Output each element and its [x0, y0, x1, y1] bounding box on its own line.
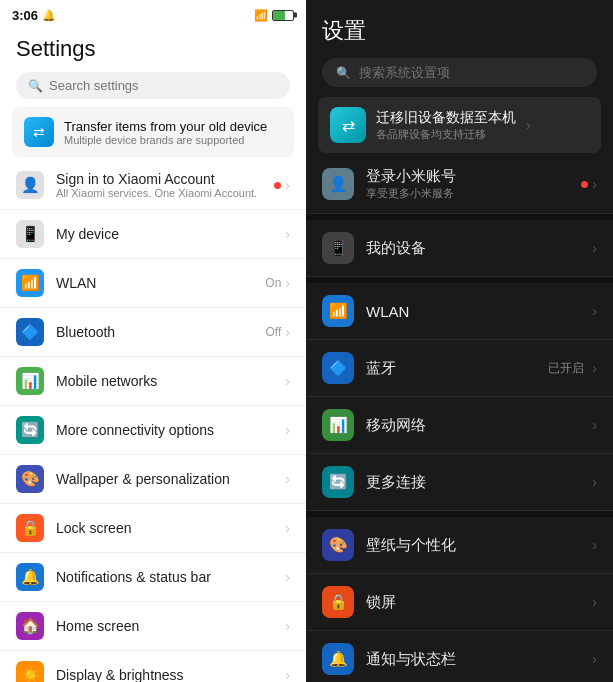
right-item-bluetooth[interactable]: 🔷 蓝牙 已开启 ›	[306, 340, 613, 397]
homescreen-icon: 🏠	[16, 612, 44, 640]
mydevice-chevron: ›	[285, 226, 290, 242]
right-item-lockscreen[interactable]: 🔒 锁屏 ›	[306, 574, 613, 631]
wallpaper-meta: ›	[285, 471, 290, 487]
promo-icon-right: ⇄	[330, 107, 366, 143]
connectivity-icon: 🔄	[16, 416, 44, 444]
right-account-content: 登录小米账号 享受更多小米服务	[366, 167, 569, 201]
settings-item-wlan[interactable]: 📶 WLAN On ›	[0, 259, 306, 308]
right-account-label: 登录小米账号	[366, 167, 569, 186]
right-mydevice-icon: 📱	[322, 232, 354, 264]
right-mobile-chevron: ›	[592, 417, 597, 433]
right-wallpaper-content: 壁纸与个性化	[366, 536, 580, 555]
right-item-more[interactable]: 🔄 更多连接 ›	[306, 454, 613, 511]
right-account-sublabel: 享受更多小米服务	[366, 186, 569, 201]
account-red-dot	[274, 182, 281, 189]
page-title-right: 设置	[306, 0, 613, 54]
lockscreen-icon: 🔒	[16, 514, 44, 542]
right-notif-content: 通知与状态栏	[366, 650, 580, 669]
right-lockscreen-icon: 🔒	[322, 586, 354, 618]
right-wlan-icon: 📶	[322, 295, 354, 327]
lockscreen-meta: ›	[285, 520, 290, 536]
search-input-left[interactable]	[49, 78, 278, 93]
promo-subtitle-left: Multiple device brands are supported	[64, 134, 267, 146]
right-account-chevron: ›	[592, 176, 597, 192]
promo-card-right[interactable]: ⇄ 迁移旧设备数据至本机 各品牌设备均支持迁移 ›	[318, 97, 601, 153]
account-content: Sign in to Xiaomi Account All Xiaomi ser…	[56, 171, 262, 199]
right-bluetooth-chevron: ›	[592, 360, 597, 376]
lockscreen-content: Lock screen	[56, 520, 273, 536]
right-mydevice-label: 我的设备	[366, 239, 580, 258]
wlan-chevron: ›	[285, 275, 290, 291]
search-box-left[interactable]: 🔍	[16, 72, 290, 99]
wlan-meta: On ›	[265, 275, 290, 291]
mydevice-content: My device	[56, 226, 273, 242]
connectivity-content: More connectivity options	[56, 422, 273, 438]
settings-item-display[interactable]: ☀️ Display & brightness ›	[0, 651, 306, 682]
right-lockscreen-content: 锁屏	[366, 593, 580, 612]
homescreen-content: Home screen	[56, 618, 273, 634]
lockscreen-label: Lock screen	[56, 520, 273, 536]
mobile-chevron: ›	[285, 373, 290, 389]
battery-icon	[272, 10, 294, 21]
signal-icon: 📶	[254, 9, 268, 22]
settings-item-connectivity[interactable]: 🔄 More connectivity options ›	[0, 406, 306, 455]
status-bar-left: 3:06 🔔	[12, 8, 56, 23]
notification-icon: 🔔	[42, 9, 56, 22]
settings-item-mobile[interactable]: 📊 Mobile networks ›	[0, 357, 306, 406]
right-more-label: 更多连接	[366, 473, 580, 492]
mydevice-icon: 📱	[16, 220, 44, 248]
display-meta: ›	[285, 667, 290, 682]
search-input-right[interactable]	[359, 65, 583, 80]
homescreen-meta: ›	[285, 618, 290, 634]
settings-item-mydevice[interactable]: 📱 My device ›	[0, 210, 306, 259]
search-box-right[interactable]: 🔍	[322, 58, 597, 87]
right-wlan-label: WLAN	[366, 303, 580, 320]
bluetooth-label: Bluetooth	[56, 324, 254, 340]
right-wallpaper-chevron: ›	[592, 537, 597, 553]
promo-chevron-right: ›	[526, 117, 531, 133]
notifications-icon: 🔔	[16, 563, 44, 591]
right-wlan-content: WLAN	[366, 303, 580, 320]
right-item-notif[interactable]: 🔔 通知与状态栏 ›	[306, 631, 613, 682]
right-mydevice-content: 我的设备	[366, 239, 580, 258]
right-item-mydevice[interactable]: 📱 我的设备 ›	[306, 220, 613, 277]
right-item-account[interactable]: 👤 登录小米账号 享受更多小米服务 ›	[306, 155, 613, 214]
account-sublabel: All Xiaomi services. One Xiaomi Account.	[56, 187, 262, 199]
settings-item-notifications[interactable]: 🔔 Notifications & status bar ›	[0, 553, 306, 602]
settings-list-left: 👤 Sign in to Xiaomi Account All Xiaomi s…	[0, 161, 306, 682]
wallpaper-content: Wallpaper & personalization	[56, 471, 273, 487]
right-more-content: 更多连接	[366, 473, 580, 492]
mydevice-label: My device	[56, 226, 273, 242]
wlan-content: WLAN	[56, 275, 253, 291]
right-bluetooth-icon: 🔷	[322, 352, 354, 384]
settings-list-right: 👤 登录小米账号 享受更多小米服务 › 📱 我的设备 › 📶 WLAN	[306, 155, 613, 682]
right-mobile-icon: 📊	[322, 409, 354, 441]
settings-item-lockscreen[interactable]: 🔒 Lock screen ›	[0, 504, 306, 553]
settings-item-homescreen[interactable]: 🏠 Home screen ›	[0, 602, 306, 651]
settings-item-bluetooth[interactable]: 🔷 Bluetooth Off ›	[0, 308, 306, 357]
mydevice-meta: ›	[285, 226, 290, 242]
account-icon: 👤	[16, 171, 44, 199]
settings-item-account[interactable]: 👤 Sign in to Xiaomi Account All Xiaomi s…	[0, 161, 306, 210]
account-label: Sign in to Xiaomi Account	[56, 171, 262, 187]
page-title-left: Settings	[0, 28, 306, 68]
right-item-wallpaper[interactable]: 🎨 壁纸与个性化 ›	[306, 517, 613, 574]
time-display: 3:06	[12, 8, 38, 23]
right-bluetooth-meta: 已开启 ›	[548, 360, 597, 377]
right-notif-icon: 🔔	[322, 643, 354, 675]
right-mobile-label: 移动网络	[366, 416, 580, 435]
display-icon: ☀️	[16, 661, 44, 682]
wallpaper-label: Wallpaper & personalization	[56, 471, 273, 487]
connectivity-label: More connectivity options	[56, 422, 273, 438]
promo-card-left[interactable]: ⇄ Transfer items from your old device Mu…	[12, 107, 294, 157]
notifications-label: Notifications & status bar	[56, 569, 273, 585]
settings-item-wallpaper[interactable]: 🎨 Wallpaper & personalization ›	[0, 455, 306, 504]
right-wlan-chevron: ›	[592, 303, 597, 319]
display-chevron: ›	[285, 667, 290, 682]
right-item-mobile[interactable]: 📊 移动网络 ›	[306, 397, 613, 454]
right-lockscreen-label: 锁屏	[366, 593, 580, 612]
notifications-chevron: ›	[285, 569, 290, 585]
right-bluetooth-status: 已开启	[548, 360, 584, 377]
right-item-wlan[interactable]: 📶 WLAN ›	[306, 283, 613, 340]
right-notif-chevron: ›	[592, 651, 597, 667]
